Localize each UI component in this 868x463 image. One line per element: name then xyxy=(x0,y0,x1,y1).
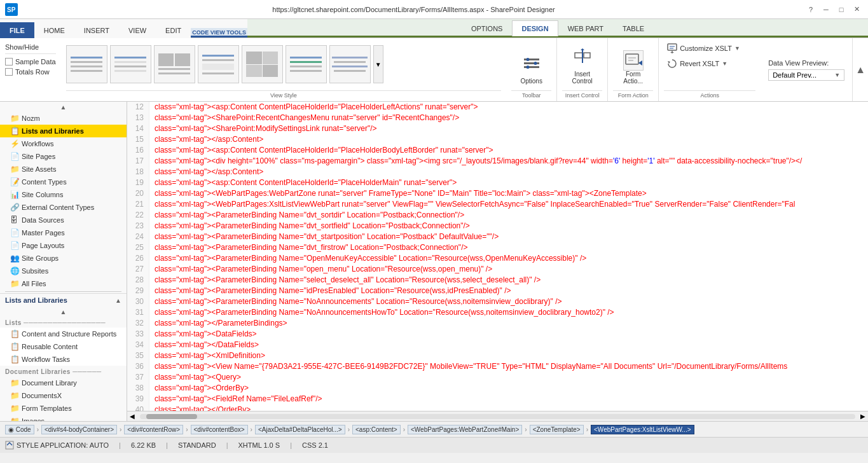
breadcrumb-webpart-zone[interactable]: <WebPartPages:WebPartZone#Main> xyxy=(408,425,522,434)
tab-edit[interactable]: EDIT xyxy=(156,22,191,38)
sidebar-item-external-content-types[interactable]: 🔗 External Content Types xyxy=(0,201,127,214)
line-content-23[interactable]: class="xml-tag"><ParameterBinding Name="… xyxy=(149,221,868,232)
view-style-scroll-btn[interactable]: ▼ xyxy=(373,45,383,83)
restore-button[interactable]: □ xyxy=(835,3,848,16)
line-content-30[interactable]: class="xml-tag"><ParameterBinding Name="… xyxy=(149,296,868,307)
sidebar-item-site-pages[interactable]: 📄 Site Pages xyxy=(0,150,127,163)
line-content-29[interactable]: class="xml-tag"><ParameterBinding Name="… xyxy=(149,286,868,296)
close-button[interactable]: ✕ xyxy=(850,3,863,16)
line-content-31[interactable]: class="xml-tag"><ParameterBinding Name="… xyxy=(149,307,868,318)
customize-xslt-button[interactable]: Customize XSLT ▼ xyxy=(664,41,755,56)
line-content-21[interactable]: class="xml-tag"><WebPartPages:XsltListVi… xyxy=(149,199,868,210)
sidebar-item-workflow-tasks[interactable]: 📋 Workflow Tasks xyxy=(0,353,127,366)
line-content-19[interactable]: class="xml-tag"><asp:Content ContentPlac… xyxy=(149,177,868,188)
scroll-thumb[interactable] xyxy=(146,414,197,419)
view-thumb-basic[interactable] xyxy=(66,45,107,83)
breadcrumb-content-box[interactable]: <div#contentBox> xyxy=(191,425,248,434)
sidebar-item-subsites[interactable]: 🌐 Subsites xyxy=(0,265,127,277)
sample-data-checkbox[interactable] xyxy=(5,58,13,66)
minimize-button[interactable]: ─ xyxy=(820,3,832,16)
sidebar-item-nozm[interactable]: 📁 Nozm xyxy=(0,112,127,125)
sidebar-item-page-layouts[interactable]: 📄 Page Layouts xyxy=(0,239,127,252)
line-content-28[interactable]: class="xml-tag"><ParameterBinding Name="… xyxy=(149,275,868,286)
ribbon-collapse-button[interactable]: ▲ xyxy=(852,38,868,101)
line-content-14[interactable]: class="xml-tag"><SharePoint:ModifySettin… xyxy=(149,123,868,134)
sidebar-item-content-structure-reports[interactable]: 📋 Content and Structure Reports xyxy=(0,328,127,340)
scroll-left-btn[interactable]: ◀ xyxy=(127,413,137,420)
code-view-toggle[interactable]: ◉ Code xyxy=(5,425,34,434)
tab-options[interactable]: OPTIONS xyxy=(462,20,513,36)
line-content-38[interactable]: class="xml-tag"><OrderBy> xyxy=(149,383,868,394)
sidebar-item-all-files[interactable]: 📁 All Files xyxy=(0,277,127,290)
lists-libraries-collapse-icon[interactable]: ▲ xyxy=(115,297,121,304)
sidebar-item-master-pages[interactable]: 📄 Master Pages xyxy=(0,226,127,239)
options-button[interactable]: Options xyxy=(517,52,545,88)
preview-dropdown[interactable]: Default Prev... ▼ xyxy=(768,69,844,81)
line-content-40[interactable]: class="xml-tag"></OrderBy> xyxy=(149,404,868,411)
help-button[interactable]: ? xyxy=(804,3,817,16)
code-area[interactable]: 12 class="xml-tag"><asp:Content ContentP… xyxy=(127,102,868,411)
sidebar-scroll-up[interactable]: ▲ xyxy=(0,102,127,112)
tab-file[interactable]: FILE xyxy=(0,22,34,38)
line-content-34[interactable]: class="xml-tag"></DataFields> xyxy=(149,340,868,350)
sidebar-item-data-sources[interactable]: 🗄 Data Sources xyxy=(0,214,127,226)
line-content-36[interactable]: class="xml-tag"><View Name="{79AD3A21-95… xyxy=(149,361,868,372)
scroll-right-btn[interactable]: ▶ xyxy=(858,413,868,420)
line-content-27[interactable]: class="xml-tag"><ParameterBinding Name="… xyxy=(149,264,868,275)
view-thumb-striped[interactable] xyxy=(110,45,151,83)
breadcrumb-asp-content[interactable]: <asp:Content> xyxy=(352,425,401,434)
sidebar-item-workflows[interactable]: ⚡ Workflows xyxy=(0,137,127,150)
insert-control-button[interactable]: InsertControl xyxy=(569,45,596,88)
view-thumb-shaded[interactable] xyxy=(198,45,239,83)
line-content-32[interactable]: class="xml-tag"></ParameterBindings> xyxy=(149,318,868,329)
horizontal-scrollbar[interactable]: ◀ ▶ xyxy=(127,411,868,421)
line-content-15[interactable]: class="xml-tag"></asp:Content> xyxy=(149,134,868,145)
view-thumb-preview[interactable] xyxy=(242,45,283,83)
line-content-18[interactable]: class="xml-tag"></asp:Content> xyxy=(149,167,868,177)
view-thumb-grouped[interactable] xyxy=(329,45,371,83)
sidebar-item-site-assets[interactable]: 📁 Site Assets xyxy=(0,163,127,176)
line-content-25[interactable]: class="xml-tag"><ParameterBinding Name="… xyxy=(149,242,868,253)
line-content-17[interactable]: class="xml-tag"><div height="100%" class… xyxy=(149,156,868,167)
sidebar-item-content-types[interactable]: 📝 Content Types xyxy=(0,176,127,188)
breadcrumb-s4-body[interactable]: <div#s4-bodyContainer> xyxy=(41,425,117,434)
sidebar-item-reusable-content[interactable]: 📋 Reusable Content xyxy=(0,340,127,353)
sidebar-item-form-templates[interactable]: 📁 Form Templates xyxy=(0,402,127,415)
view-thumb-boxed[interactable] xyxy=(154,45,195,83)
lists-libraries-section-header[interactable]: Lists and Libraries ▲ xyxy=(0,293,127,307)
totals-row-toggle[interactable]: Totals Row xyxy=(5,67,56,77)
line-content-20[interactable]: class="xml-tag"><WebPartPages:WebPartZon… xyxy=(149,188,868,199)
sidebar-item-site-columns[interactable]: 📊 Site Columns xyxy=(0,188,127,201)
tab-table[interactable]: TABLE xyxy=(613,20,654,36)
line-content-22[interactable]: class="xml-tag"><ParameterBinding Name="… xyxy=(149,210,868,221)
line-content-12[interactable]: class="xml-tag"><asp:Content ContentPlac… xyxy=(149,102,868,113)
sidebar-lists-scroll-up[interactable]: ▲ xyxy=(0,307,127,317)
line-content-24[interactable]: class="xml-tag"><ParameterBinding Name="… xyxy=(149,232,868,242)
line-content-16[interactable]: class="xml-tag"><asp:Content ContentPlac… xyxy=(149,145,868,156)
line-content-33[interactable]: class="xml-tag"><DataFields> xyxy=(149,329,868,340)
sidebar-item-document-library[interactable]: 📁 Document Library xyxy=(0,377,127,389)
breadcrumb-zone-template[interactable]: <ZoneTemplate> xyxy=(530,425,584,434)
revert-xslt-button[interactable]: Revert XSLT ▼ xyxy=(664,56,755,71)
tab-home[interactable]: HOME xyxy=(34,22,74,38)
line-content-39[interactable]: class="xml-tag"><FieldRef Name="FileLeaf… xyxy=(149,394,868,404)
tab-view[interactable]: VIEW xyxy=(119,22,156,38)
breadcrumb-xslt-listview[interactable]: <WebPartPages:XsltListViewW...> xyxy=(591,425,694,434)
tab-insert[interactable]: INSERT xyxy=(74,22,119,38)
tab-design[interactable]: DESIGN xyxy=(512,20,558,36)
totals-row-checkbox[interactable] xyxy=(5,68,13,76)
breadcrumb-content-row[interactable]: <div#contentRow> xyxy=(124,425,183,434)
line-content-37[interactable]: class="xml-tag"><Query> xyxy=(149,372,868,383)
line-content-26[interactable]: class="xml-tag"><ParameterBinding Name="… xyxy=(149,253,868,264)
sidebar-item-lists-and-libraries[interactable]: 📋 Lists and Libraries xyxy=(0,125,127,137)
sidebar-item-documentsx[interactable]: 📁 DocumentsX xyxy=(0,389,127,402)
view-thumb-grid[interactable] xyxy=(286,45,327,83)
sample-data-toggle[interactable]: Sample Data xyxy=(5,57,56,67)
sidebar-item-images[interactable]: 📁 Images xyxy=(0,415,127,421)
line-content-35[interactable]: class="xml-tag"><XmlDefinition> xyxy=(149,350,868,361)
tab-web-part[interactable]: WEB PART xyxy=(558,20,613,36)
breadcrumb-ajax-delta[interactable]: <AjaxDelta#DeltaPlaceHol...> xyxy=(255,425,345,434)
sidebar-item-site-groups[interactable]: 👥 Site Groups xyxy=(0,252,127,265)
line-content-13[interactable]: class="xml-tag"><SharePoint:RecentChange… xyxy=(149,113,868,123)
form-action-button[interactable]: FormActio... xyxy=(620,47,647,88)
